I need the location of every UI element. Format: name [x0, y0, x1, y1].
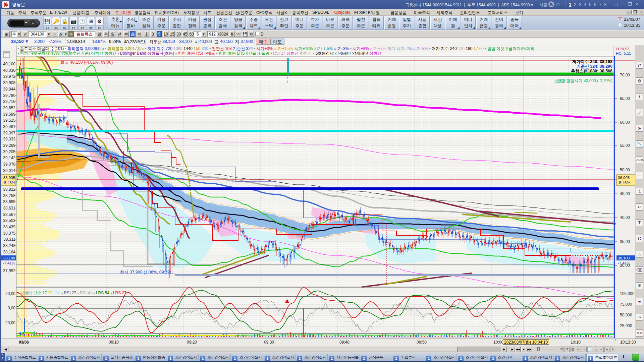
- svg-text:-20,00: -20,00: [4, 320, 15, 325]
- svg-text:39,333: 39,333: [3, 137, 15, 141]
- svg-text:39,972: 39,972: [3, 74, 15, 79]
- svg-text:50,00: 50,00: [620, 168, 630, 172]
- svg-text:65,00: 65,00: [620, 96, 630, 101]
- svg-text:38,631: 38,631: [3, 206, 15, 210]
- svg-text:20,00: 20,00: [5, 291, 15, 296]
- svg-text:▪ 힘힘 아랫구름저가3%이하(하루전기준) 상한선 하한선: ▪ 힘힘 아랫구름저가3%이하(하루전기준) 상한선 하한선 ▪ Bolling…: [17, 51, 381, 56]
- svg-text:38,100: 38,100: [3, 256, 15, 260]
- svg-text:39,205: 39,205: [3, 149, 15, 154]
- svg-text:선행스팬: 선행스팬: [554, 78, 570, 83]
- svg-text:38,822: 38,822: [3, 187, 15, 192]
- svg-text:LC:0,53: LC:0,53: [616, 47, 629, 51]
- svg-text:39,589: 39,589: [3, 112, 15, 117]
- svg-text:25,000: 25,000: [620, 323, 632, 328]
- svg-text:100,000: 100,000: [620, 291, 635, 296]
- svg-text:후행스팬1880: 38,566: 후행스팬1880: 38,566: [571, 69, 612, 73]
- svg-text:39,397: 39,397: [3, 131, 15, 135]
- svg-text:70,00: 70,00: [620, 73, 630, 77]
- svg-text:38,375: 38,375: [3, 231, 15, 236]
- svg-text:39,844: 39,844: [3, 87, 15, 92]
- svg-text:38,695: 38,695: [3, 199, 15, 204]
- svg-text:40,00: 40,00: [620, 215, 630, 220]
- svg-text:▪ 솔트룩스 매물대 수(101) ▪ 파라볼릭 0,000: ▪ 솔트룩스 매물대 수(101) ▪ 파라볼릭 0,0009,0,5 ▪ 파라…: [17, 46, 534, 51]
- svg-text:38,905: 38,905: [3, 176, 15, 180]
- svg-text:최고 40,150 (-4,61%, 09:00): 최고 40,150 (-4,61%, 09:00): [60, 60, 113, 65]
- svg-text:38,905: 38,905: [618, 176, 630, 180]
- svg-text:38,758: 38,758: [3, 193, 15, 198]
- svg-text:55,00: 55,00: [620, 143, 630, 148]
- svg-text:39,652: 39,652: [3, 106, 15, 110]
- svg-text:35,00: 35,00: [620, 239, 630, 244]
- svg-text:38,439: 38,439: [3, 225, 15, 229]
- svg-text:38,567: 38,567: [3, 212, 15, 217]
- svg-text:저가지수 240: 38,198: 저가지수 240: 38,198: [572, 59, 612, 64]
- svg-text:39,014: 39,014: [3, 168, 15, 173]
- svg-text:0,00: 0,00: [8, 306, 16, 310]
- svg-text:-7,41%: -7,41%: [618, 261, 630, 265]
- svg-text:-5,46%: -5,46%: [3, 181, 15, 185]
- svg-text:-7,41%: -7,41%: [3, 261, 15, 265]
- svg-text:39,716: 39,716: [3, 99, 15, 104]
- svg-text:75,000: 75,000: [620, 302, 632, 307]
- svg-text:38,100: 38,100: [618, 256, 630, 260]
- svg-text:37,992: 37,992: [3, 268, 15, 273]
- svg-text:39,078: 39,078: [3, 162, 15, 167]
- svg-text:39,780: 39,780: [3, 93, 15, 98]
- svg-text:38,503: 38,503: [3, 218, 15, 223]
- svg-text:40,036: 40,036: [3, 68, 15, 73]
- svg-text:HC:-5,11: HC:-5,11: [616, 51, 631, 55]
- svg-text:50,000: 50,000: [620, 313, 632, 317]
- svg-text:39,269: 39,269: [3, 143, 15, 148]
- svg-text:38,311: 38,311: [3, 237, 15, 242]
- svg-text:40,100: 40,100: [3, 62, 15, 66]
- svg-text:기준선 324: 38,290: 기준선 324: 38,290: [576, 64, 612, 69]
- svg-text:-5,46%: -5,46%: [618, 181, 630, 185]
- svg-text:60,00: 60,00: [620, 120, 630, 125]
- svg-text:38,184: 38,184: [3, 250, 15, 254]
- svg-text:45,00: 45,00: [620, 191, 630, 196]
- svg-text:39,461: 39,461: [3, 124, 15, 129]
- svg-text:39,525: 39,525: [3, 118, 15, 123]
- svg-text:39,908: 39,908: [3, 80, 15, 85]
- svg-text:39,142: 39,142: [3, 156, 15, 160]
- svg-text:최저 37,900 (1,06%, 09:19): 최저 37,900 (1,06%, 09:19): [120, 270, 171, 275]
- svg-text:▪ 거래량 단순 17 27 108 ▪ RSI 27 ▪: ▪ 거래량 단순 17 27 108 ▪ RSI 27 ▪ RSI 41 ▪ L…: [17, 291, 126, 295]
- svg-text:38,248: 38,248: [3, 243, 15, 248]
